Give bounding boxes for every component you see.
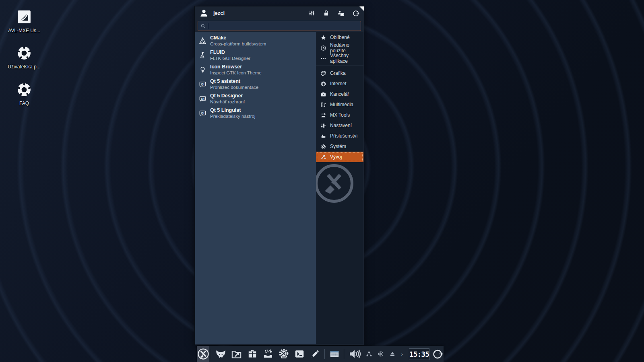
category-favorites[interactable]: Oblíbené bbox=[316, 32, 363, 43]
taskbar-separator bbox=[324, 349, 325, 359]
terminal-icon bbox=[294, 349, 305, 359]
launcher-file-manager-admin[interactable] bbox=[229, 346, 244, 362]
tray-expand-arrow[interactable]: › bbox=[401, 352, 402, 357]
category-recently-used[interactable]: Nedávno použité bbox=[316, 43, 363, 53]
app-item-fluid[interactable]: FLUID FLTK GUI Designer bbox=[195, 48, 316, 62]
category-internet[interactable]: Internet bbox=[316, 78, 363, 89]
app-item-qt5-assistant[interactable]: Qt 5 asistent Prohlížeč dokumentace bbox=[195, 77, 316, 91]
settings-sliders-icon bbox=[320, 123, 326, 129]
app-description: Inspect GTK Icon Theme bbox=[210, 70, 262, 76]
launcher-virtual-keyboard[interactable] bbox=[326, 346, 342, 362]
desktop-icon-faq[interactable]: FAQ bbox=[0, 82, 48, 106]
launcher-avl-mxe-tool[interactable] bbox=[276, 346, 291, 362]
folder-gavel-icon bbox=[231, 349, 242, 360]
username: jezci bbox=[213, 10, 225, 16]
category-all-applications[interactable]: Všechny aplikace bbox=[316, 53, 363, 64]
app-name: Qt 5 asistent bbox=[210, 78, 258, 84]
logout-icon bbox=[432, 348, 443, 360]
text-caret bbox=[208, 23, 208, 29]
package-icon bbox=[247, 349, 258, 359]
switch-user-icon[interactable] bbox=[337, 10, 345, 17]
mx-menu-icon bbox=[197, 348, 209, 360]
star-icon bbox=[320, 35, 326, 41]
desktop-icon-avl-mxe-users[interactable]: AVL-MXE Us... bbox=[0, 10, 48, 33]
category-graphics[interactable]: Grafika bbox=[316, 68, 363, 78]
desktop: { "desktop": { "icons": [ { "label": "AV… bbox=[0, 0, 644, 362]
logout-icon[interactable] bbox=[352, 10, 359, 17]
settings-sliders-icon[interactable] bbox=[308, 10, 315, 16]
menu-resize-grip[interactable] bbox=[359, 6, 364, 11]
app-item-cmake[interactable]: CMake Cross-platform buildsystem bbox=[195, 33, 316, 48]
system-tray: › bbox=[363, 351, 407, 357]
category-accessories[interactable]: Příslušenství bbox=[316, 131, 363, 141]
desktop-icon-label: AVL-MXE Us... bbox=[0, 28, 48, 33]
lightbulb-icon bbox=[199, 66, 206, 74]
qt-icon bbox=[199, 95, 206, 103]
app-description: Návrhář rozhraní bbox=[210, 99, 245, 105]
category-mx-tools[interactable]: MX Tools bbox=[316, 110, 363, 120]
category-label: Nastavení bbox=[330, 123, 352, 128]
avl-mxe-gear-icon bbox=[278, 348, 289, 360]
launcher-terminal[interactable] bbox=[291, 346, 307, 362]
category-label: Vývoj bbox=[330, 154, 342, 160]
network-icon[interactable] bbox=[366, 351, 372, 357]
avl-document-icon bbox=[0, 10, 48, 24]
globe-icon bbox=[320, 81, 326, 87]
launcher-text-editor[interactable] bbox=[307, 346, 323, 362]
app-name: FLUID bbox=[210, 49, 250, 56]
app-item-icon-browser[interactable]: Icon Browser Inspect GTK Icon Theme bbox=[195, 62, 316, 77]
palette-icon bbox=[320, 70, 326, 76]
desktop-icon-user-guide[interactable]: Uživatelská p... bbox=[0, 46, 48, 70]
mx-tools-icon bbox=[320, 112, 326, 118]
eject-icon[interactable] bbox=[389, 351, 396, 357]
taskbar-separator bbox=[211, 349, 211, 359]
dots-icon bbox=[320, 56, 326, 62]
package-installer-icon bbox=[262, 348, 274, 360]
dev-tool-icon bbox=[320, 154, 326, 160]
category-system[interactable]: Systém bbox=[316, 141, 363, 152]
category-multimedia[interactable]: Multimédia bbox=[316, 99, 363, 110]
volume-button[interactable] bbox=[346, 346, 363, 362]
app-name: Icon Browser bbox=[210, 64, 262, 70]
app-description: Prohlížeč dokumentace bbox=[210, 84, 258, 90]
mx-logo-watermark bbox=[316, 164, 353, 203]
category-separator bbox=[316, 66, 363, 66]
app-description: FLTK GUI Designer bbox=[210, 56, 250, 61]
desktop-icon-label: Uživatelská p... bbox=[0, 64, 48, 70]
application-list: CMake Cross-platform buildsystem FLUID F… bbox=[195, 32, 316, 344]
taskbar-separator bbox=[344, 349, 344, 359]
category-label: Příslušenství bbox=[330, 133, 358, 139]
logout-button[interactable] bbox=[431, 346, 444, 362]
app-name: Qt 5 Designer bbox=[210, 93, 245, 99]
lock-screen-icon[interactable] bbox=[323, 10, 330, 16]
qt-icon bbox=[199, 109, 206, 117]
launcher-package-installer[interactable] bbox=[260, 346, 276, 362]
updater-sphere-icon[interactable] bbox=[378, 351, 384, 357]
app-description: Cross-platform buildsystem bbox=[210, 41, 266, 47]
flask-icon bbox=[199, 51, 206, 59]
category-label: MX Tools bbox=[330, 112, 350, 118]
category-development[interactable]: Vývoj bbox=[316, 152, 363, 162]
swiss-knife-icon bbox=[320, 133, 326, 139]
category-label: Všechny aplikace bbox=[330, 53, 359, 64]
app-item-qt5-designer[interactable]: Qt 5 Designer Návrhář rozhraní bbox=[195, 91, 316, 106]
launcher-firefox[interactable] bbox=[213, 346, 229, 362]
category-office[interactable]: Kancelář bbox=[316, 89, 363, 99]
briefcase-icon bbox=[320, 91, 326, 97]
app-item-qt5-linguist[interactable]: Qt 5 Linguist Překladatelský nástroj bbox=[195, 106, 316, 120]
category-label: Grafika bbox=[330, 70, 346, 76]
category-label: Systém bbox=[330, 144, 346, 149]
whisker-menu-button[interactable] bbox=[197, 346, 209, 362]
search-bar[interactable] bbox=[198, 21, 361, 31]
cmake-icon bbox=[199, 37, 206, 45]
category-settings[interactable]: Nastavení bbox=[316, 120, 363, 131]
launcher-package-manager[interactable] bbox=[244, 346, 260, 362]
clock-text: 15:35 bbox=[409, 350, 429, 358]
whisker-menu: jezci CMake Cross-platform buildsystem F… bbox=[194, 6, 364, 345]
search-icon bbox=[200, 23, 206, 29]
taskbar: › 15:35 bbox=[197, 346, 444, 362]
clock[interactable]: 15:35 bbox=[409, 348, 429, 360]
category-label: Internet bbox=[330, 81, 347, 86]
multimedia-icon bbox=[320, 102, 326, 108]
help-buoy-icon bbox=[0, 46, 48, 60]
